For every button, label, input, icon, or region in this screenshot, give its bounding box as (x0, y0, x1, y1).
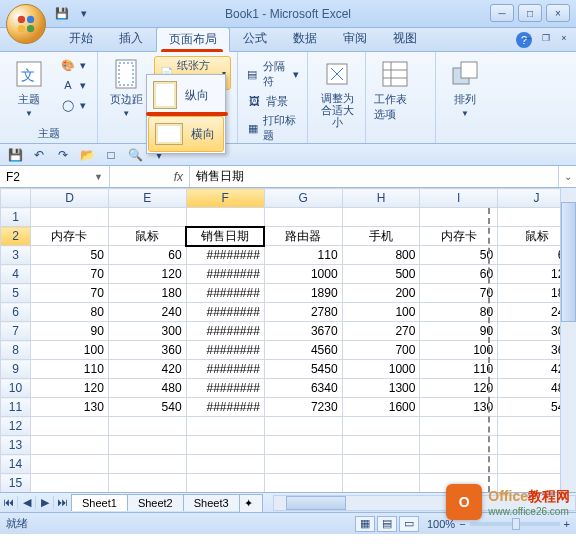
cell[interactable] (420, 436, 498, 455)
cell[interactable]: 6340 (264, 379, 342, 398)
cell[interactable]: 4560 (264, 341, 342, 360)
row-header[interactable]: 13 (1, 436, 31, 455)
print-titles-button[interactable]: ▦打印标题 (244, 112, 301, 144)
cell[interactable]: 360 (108, 341, 186, 360)
cell[interactable]: 90 (420, 322, 498, 341)
cell[interactable]: ######## (186, 398, 264, 417)
cell[interactable]: 80 (420, 303, 498, 322)
cell[interactable]: 500 (342, 265, 420, 284)
background-button[interactable]: 🖼背景 (244, 92, 301, 110)
theme-effects-button[interactable]: ◯▾ (58, 96, 88, 114)
col-header-F[interactable]: F (186, 189, 264, 208)
office-button[interactable] (6, 4, 46, 44)
tab-数据[interactable]: 数据 (280, 26, 330, 51)
cell[interactable]: 130 (420, 398, 498, 417)
mdi-minimize[interactable]: ─ (520, 31, 536, 45)
margins-button[interactable]: 页边距 ▼ (104, 56, 148, 120)
row-header[interactable]: 7 (1, 322, 31, 341)
cell[interactable] (186, 455, 264, 474)
cell[interactable]: 480 (108, 379, 186, 398)
cell[interactable] (31, 474, 109, 493)
mdi-close[interactable]: × (556, 31, 572, 45)
cell[interactable] (108, 417, 186, 436)
row-header[interactable]: 2 (1, 227, 31, 246)
col-header-D[interactable]: D (31, 189, 109, 208)
cell[interactable]: ######## (186, 379, 264, 398)
maximize-button[interactable]: □ (518, 4, 542, 22)
cell[interactable]: 50 (31, 246, 109, 265)
cell[interactable]: 1600 (342, 398, 420, 417)
tab-开始[interactable]: 开始 (56, 26, 106, 51)
scrollbar-thumb[interactable] (286, 496, 346, 510)
cell[interactable]: 420 (108, 360, 186, 379)
cell[interactable] (108, 436, 186, 455)
cell[interactable] (31, 208, 109, 227)
orientation-portrait[interactable]: 纵向 (147, 75, 225, 115)
cell[interactable] (264, 208, 342, 227)
new-icon[interactable]: □ (102, 147, 120, 163)
cell[interactable]: 60 (108, 246, 186, 265)
row-header[interactable]: 9 (1, 360, 31, 379)
cell[interactable] (342, 436, 420, 455)
cell[interactable] (186, 474, 264, 493)
orientation-landscape[interactable]: 横向 (148, 116, 224, 152)
name-box[interactable]: F2 ▼ (0, 166, 110, 187)
cell[interactable]: 70 (31, 265, 109, 284)
cell[interactable] (342, 474, 420, 493)
cell[interactable] (264, 474, 342, 493)
cell[interactable]: ######## (186, 322, 264, 341)
cell[interactable] (264, 455, 342, 474)
arrange-button[interactable]: 排列 ▼ (442, 56, 488, 120)
cell[interactable]: 90 (31, 322, 109, 341)
cell[interactable] (420, 417, 498, 436)
cell[interactable] (31, 417, 109, 436)
cell[interactable]: 270 (342, 322, 420, 341)
cell[interactable]: 110 (31, 360, 109, 379)
cell[interactable]: 2780 (264, 303, 342, 322)
cell[interactable]: 100 (31, 341, 109, 360)
cell[interactable]: ######## (186, 303, 264, 322)
zoom-slider[interactable] (470, 522, 560, 526)
save-icon[interactable]: 💾 (6, 147, 24, 163)
cell[interactable]: 路由器 (264, 227, 342, 246)
cell[interactable]: 180 (108, 284, 186, 303)
row-header[interactable]: 12 (1, 417, 31, 436)
sheet-tab-Sheet2[interactable]: Sheet2 (127, 494, 184, 511)
cell[interactable]: 内存卡 (31, 227, 109, 246)
view-normal-button[interactable]: ▦ (355, 516, 375, 532)
cell[interactable]: ######## (186, 265, 264, 284)
scrollbar-thumb[interactable] (561, 202, 576, 322)
new-sheet-button[interactable]: ✦ (239, 494, 263, 512)
cell[interactable]: 销售日期 (186, 227, 264, 246)
cell[interactable] (264, 417, 342, 436)
close-button[interactable]: × (546, 4, 570, 22)
col-header-H[interactable]: H (342, 189, 420, 208)
view-layout-button[interactable]: ▤ (377, 516, 397, 532)
row-header[interactable]: 3 (1, 246, 31, 265)
cell[interactable]: 1300 (342, 379, 420, 398)
cell[interactable]: ######## (186, 284, 264, 303)
save-icon[interactable]: 💾 (54, 6, 70, 22)
row-header[interactable]: 11 (1, 398, 31, 417)
scale-to-fit-button[interactable]: 调整为 合适大小 (314, 56, 360, 130)
row-header[interactable]: 1 (1, 208, 31, 227)
tab-审阅[interactable]: 审阅 (330, 26, 380, 51)
cell[interactable]: 120 (420, 379, 498, 398)
cell[interactable] (420, 455, 498, 474)
cell[interactable]: 110 (264, 246, 342, 265)
sheet-tab-Sheet1[interactable]: Sheet1 (71, 494, 128, 511)
minimize-button[interactable]: ─ (490, 4, 514, 22)
cell[interactable] (108, 208, 186, 227)
cell[interactable]: ######## (186, 360, 264, 379)
cell[interactable]: 5450 (264, 360, 342, 379)
sheet-options-button[interactable]: 工作表选项 (372, 56, 418, 124)
cell[interactable]: 手机 (342, 227, 420, 246)
view-pagebreak-button[interactable]: ▭ (399, 516, 419, 532)
cell[interactable]: 3670 (264, 322, 342, 341)
cell[interactable]: ######## (186, 341, 264, 360)
row-header[interactable]: 15 (1, 474, 31, 493)
cell[interactable]: 1000 (342, 360, 420, 379)
formula-input[interactable]: 销售日期 (190, 166, 558, 187)
row-header[interactable]: 6 (1, 303, 31, 322)
spreadsheet-grid[interactable]: DEFGHIJ12内存卡鼠标销售日期路由器手机内存卡鼠标35060#######… (0, 188, 576, 492)
